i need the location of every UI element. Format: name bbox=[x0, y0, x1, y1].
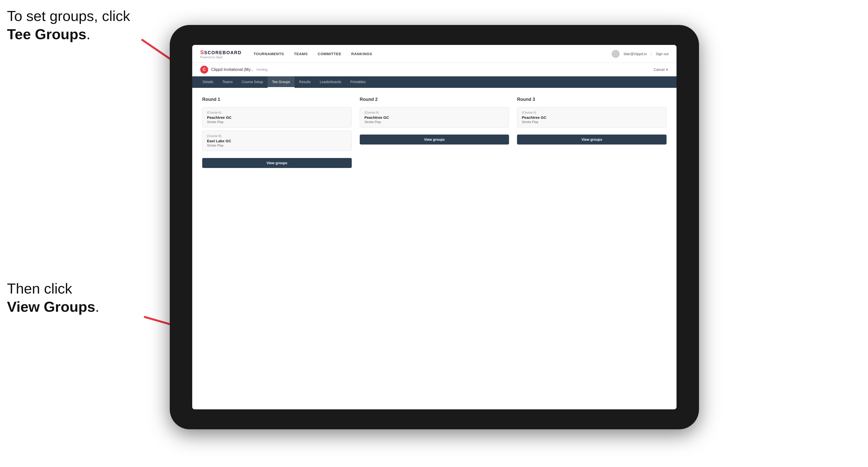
round-3-course-a-name: Peachtree GC bbox=[522, 115, 662, 120]
round-3-title: Round 3 bbox=[517, 97, 666, 102]
round-1-course-b-label: (Course B) bbox=[207, 134, 347, 138]
view-groups-bold: View Groups bbox=[7, 299, 95, 315]
top-nav: SSCOREBOARD Powered by clippit TOURNAMEN… bbox=[192, 45, 677, 63]
sub-header: C Clippd Invitational (My... Hosting Can… bbox=[192, 63, 677, 76]
round-1-course-a-label: (Course A) bbox=[207, 111, 347, 114]
tee-groups-bold: Tee Groups bbox=[7, 26, 86, 42]
tab-tee-groups[interactable]: Tee Groups bbox=[268, 76, 294, 88]
logo-area: SSCOREBOARD Powered by clippit bbox=[200, 49, 242, 59]
round-2-course-a-name: Peachtree GC bbox=[365, 115, 504, 120]
round-1-title: Round 1 bbox=[202, 97, 352, 102]
round-3-course-a-label: (Course A) bbox=[522, 111, 662, 114]
hosting-badge: Hosting bbox=[257, 68, 268, 71]
round-3-course-a-card: (Course A) Peachtree GC Stroke Play bbox=[517, 107, 666, 128]
instruction-bottom-line1: Then click bbox=[7, 280, 99, 298]
logo-c-letter: S bbox=[200, 49, 204, 55]
round-2-course-a-card: (Course A) Peachtree GC Stroke Play bbox=[360, 107, 509, 128]
round-2-view-groups-button[interactable]: View groups bbox=[360, 134, 509, 145]
rounds-container: Round 1 (Course A) Peachtree GC Stroke P… bbox=[202, 97, 666, 168]
instruction-top: To set groups, click Tee Groups. bbox=[7, 7, 130, 43]
tournament-logo: C bbox=[200, 66, 208, 74]
round-2-title: Round 2 bbox=[360, 97, 509, 102]
user-avatar bbox=[612, 50, 620, 58]
main-content: Round 1 (Course A) Peachtree GC Stroke P… bbox=[192, 88, 677, 409]
cancel-button[interactable]: Cancel ✕ bbox=[654, 68, 669, 72]
tab-results[interactable]: Results bbox=[294, 76, 315, 88]
tab-bar: Details Teams Course Setup Tee Groups Re… bbox=[192, 76, 677, 88]
round-1-column: Round 1 (Course A) Peachtree GC Stroke P… bbox=[202, 97, 352, 168]
round-1-course-a-name: Peachtree GC bbox=[207, 115, 347, 120]
logo-sub: Powered by clippit bbox=[200, 56, 242, 59]
nav-committee[interactable]: COMMITTEE bbox=[318, 51, 342, 57]
instruction-bottom-line2: View Groups. bbox=[7, 298, 99, 316]
round-1-course-a-card: (Course A) Peachtree GC Stroke Play bbox=[202, 107, 352, 128]
round-1-view-groups-button[interactable]: View groups bbox=[202, 158, 352, 168]
nav-links: TOURNAMENTS TEAMS COMMITTEE RANKINGS bbox=[254, 51, 612, 57]
tab-course-setup[interactable]: Course Setup bbox=[237, 76, 268, 88]
instruction-top-line1: To set groups, click bbox=[7, 7, 130, 25]
round-1-course-b-format: Stroke Play bbox=[207, 144, 347, 147]
tab-leaderboards[interactable]: Leaderboards bbox=[315, 76, 346, 88]
sign-out-link[interactable]: Sign out bbox=[656, 52, 669, 56]
instruction-bottom: Then click View Groups. bbox=[7, 280, 99, 316]
nav-tournaments[interactable]: TOURNAMENTS bbox=[254, 51, 284, 57]
round-3-column: Round 3 (Course A) Peachtree GC Stroke P… bbox=[517, 97, 666, 168]
round-2-course-a-label: (Course A) bbox=[365, 111, 504, 114]
nav-rankings[interactable]: RANKINGS bbox=[351, 51, 372, 57]
round-2-course-a-format: Stroke Play bbox=[365, 120, 504, 124]
round-1-course-a-format: Stroke Play bbox=[207, 120, 347, 124]
tablet-screen: SSCOREBOARD Powered by clippit TOURNAMEN… bbox=[192, 45, 677, 409]
round-1-course-b-card: (Course B) East Lake GC Stroke Play bbox=[202, 130, 352, 151]
round-2-column: Round 2 (Course A) Peachtree GC Stroke P… bbox=[360, 97, 509, 168]
instruction-top-line2: Tee Groups. bbox=[7, 25, 130, 43]
tournament-info: C Clippd Invitational (My... Hosting bbox=[200, 66, 654, 74]
round-3-course-a-format: Stroke Play bbox=[522, 120, 662, 124]
logo-text: SSCOREBOARD bbox=[200, 49, 242, 56]
round-1-course-b-name: East Lake GC bbox=[207, 139, 347, 143]
tab-printables[interactable]: Printables bbox=[346, 76, 370, 88]
nav-teams[interactable]: TEAMS bbox=[294, 51, 308, 57]
nav-separator: | bbox=[651, 52, 652, 56]
round-3-view-groups-button[interactable]: View groups bbox=[517, 134, 666, 145]
tab-teams[interactable]: Teams bbox=[218, 76, 237, 88]
nav-right: blair@clippd.io | Sign out bbox=[612, 50, 669, 58]
tab-details[interactable]: Details bbox=[198, 76, 218, 88]
user-email: blair@clippd.io bbox=[624, 52, 647, 56]
tablet-device: SSCOREBOARD Powered by clippit TOURNAMEN… bbox=[170, 25, 699, 429]
tournament-name: Clippd Invitational (My... bbox=[211, 67, 254, 72]
